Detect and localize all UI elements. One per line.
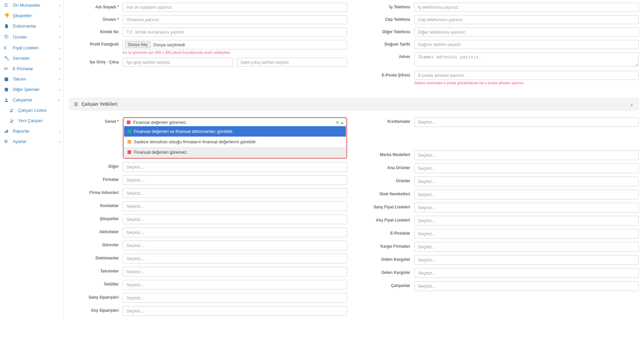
thumbs-down-icon: 👎 <box>4 13 10 18</box>
nav-label: Çalışan Listesi <box>18 108 47 113</box>
chevron-left-icon: ‹ <box>59 67 60 71</box>
file-picker[interactable]: Dosya SeçDosya seçilmedi <box>123 40 347 49</box>
nav-calisanlar[interactable]: Çalışanlar⌄ <box>0 95 63 105</box>
genel-option-3[interactable]: Finansal değerleri göremez. <box>124 147 346 157</box>
perm-select[interactable]: Seçiniz... <box>414 229 639 239</box>
nav-label: Ayarlar <box>13 139 26 144</box>
nav-label: Çalışanlar <box>13 97 33 102</box>
perm-select[interactable]: Seçiniz... <box>123 188 347 198</box>
perm-label: Alış Fiyat Listeleri <box>361 216 414 223</box>
nav-dokumanlar[interactable]: Dokümanlar‹ <box>0 21 63 31</box>
perm-label: Satış Siparişleri <box>69 293 123 300</box>
nav-label: Dokümanlar <box>13 23 36 29</box>
panel-header: ☰ Çalışan Yetkileri ⌄ <box>69 98 639 110</box>
hint-photo: En iyi görünüm için 300 x 300 piksel boy… <box>123 50 347 54</box>
perm-select[interactable]: Seçiniz... <box>123 228 347 237</box>
input-idno[interactable] <box>123 28 347 37</box>
svg-rect-9 <box>7 130 8 133</box>
input-birth[interactable] <box>414 40 639 49</box>
perm-select[interactable]: Seçiniz... <box>123 175 347 185</box>
book-icon <box>4 87 10 92</box>
user-plus-icon <box>9 118 15 123</box>
perm-select[interactable]: Seçiniz... <box>123 162 347 172</box>
perm-select[interactable]: Seçiniz... <box>414 268 639 278</box>
nav-epostalar[interactable]: ✉E-Postalar‹ <box>0 63 63 74</box>
calendar-icon <box>4 77 10 82</box>
perm-label: Kontaklar <box>69 201 123 208</box>
input-fullname[interactable] <box>123 3 347 12</box>
perm-select[interactable]: Seçiniz... <box>123 280 347 290</box>
input-date-out[interactable] <box>237 58 347 67</box>
label-photo: Profil Fotoğrafı <box>69 40 123 47</box>
perm-label: Gelen Kargolar <box>361 268 414 275</box>
label-idno: Kimlik No <box>69 28 123 34</box>
label-other: Diğer Telefonu <box>361 28 414 34</box>
perm-select[interactable]: Seçiniz... <box>414 242 639 252</box>
perm-select[interactable]: Seçiniz... <box>123 254 347 263</box>
input-mobile[interactable] <box>414 15 639 24</box>
perm-select[interactable]: Seçiniz... <box>414 190 639 199</box>
genel-option-1[interactable]: Finansal değerleri ve finansal dökümanla… <box>124 126 346 137</box>
clear-icon[interactable]: ✕ <box>336 120 339 125</box>
perm-label: Görevler <box>69 241 123 247</box>
perm-label: Dokümanlar <box>69 254 123 260</box>
perm-select[interactable]: Seçiniz... <box>414 163 639 173</box>
perm-select[interactable]: Seçiniz... <box>123 293 347 303</box>
sidebar: ☰Ön Muhasebe‹ 👎Şikayetler‹ Dokümanlar‹ Ⓟ… <box>0 0 64 319</box>
perm-select[interactable]: Seçiniz... <box>414 150 639 160</box>
nav-diger-islemler[interactable]: Diğer İşlemler‹ <box>0 84 63 95</box>
nav-servisler[interactable]: 🔧Servisler‹ <box>0 53 63 63</box>
chevron-left-icon: ‹ <box>59 3 60 7</box>
perm-label: Giden Kargolar <box>361 255 414 262</box>
svg-rect-2 <box>5 88 8 91</box>
nav-calisan-listesi[interactable]: Çalışan Listesi <box>0 105 63 115</box>
nav-ayarlar[interactable]: ⚙Ayarlar‹ <box>0 136 63 147</box>
nav-fiyat-listeleri[interactable]: €Fiyat Listeleri‹ <box>0 43 63 53</box>
nav-label: Diğer İşlemler <box>13 87 40 92</box>
file-choose-button[interactable]: Dosya Seç <box>125 41 151 48</box>
nav-raporlar[interactable]: Raporlar‹ <box>0 126 63 136</box>
perm-select[interactable]: Seçiniz... <box>123 306 347 316</box>
input-other[interactable] <box>414 28 639 37</box>
svg-rect-1 <box>5 78 8 79</box>
perm-select[interactable]: Seçiniz... <box>414 117 639 127</box>
chevron-left-icon: ‹ <box>59 56 60 60</box>
nav-yeni-calisan[interactable]: Yeni Çalışan <box>0 115 63 126</box>
svg-rect-8 <box>6 130 7 133</box>
status-green-icon <box>127 130 131 133</box>
perm-select[interactable]: Seçiniz... <box>414 281 639 291</box>
genel-dropdown[interactable]: Finansal değerleri göremez. ✕▴ Finansal … <box>123 117 347 159</box>
option-text: Finansal değerleri ve finansal dökümanla… <box>134 129 233 134</box>
nav-urunler[interactable]: ⓅÜrünler‹ <box>0 31 63 43</box>
chevron-left-icon: ‹ <box>59 140 60 144</box>
nav-label: Ön Muhasebe <box>13 3 40 8</box>
nav-takvim[interactable]: Takvim‹ <box>0 74 63 84</box>
perm-label: Stok Hareketleri <box>361 190 414 196</box>
nav-label: Servisler <box>13 56 30 61</box>
genel-option-2[interactable]: Sadece temsilcisi olduğu firmaların fina… <box>124 137 346 147</box>
input-title[interactable] <box>123 15 347 24</box>
perm-select[interactable]: Seçiniz... <box>123 267 347 277</box>
perm-select[interactable]: Seçiniz... <box>414 203 639 212</box>
input-emailpw[interactable] <box>414 71 639 80</box>
chevron-left-icon: ‹ <box>59 77 60 81</box>
input-workphone[interactable] <box>414 3 639 12</box>
option-text: Finansal değerleri göremez. <box>134 150 188 155</box>
perm-label: Kargo Firmaları <box>361 242 414 249</box>
genel-selected[interactable]: Finansal değerleri göremez. ✕▴ <box>124 118 346 127</box>
hint-emailpw: Sistem üzerinden e-posta gönderilecek is… <box>414 81 639 85</box>
perm-select[interactable]: Seçiniz... <box>414 255 639 265</box>
nav-sikayetler[interactable]: 👎Şikayetler‹ <box>0 10 63 21</box>
perm-select[interactable]: Seçiniz... <box>123 241 347 250</box>
input-address[interactable] <box>414 52 639 66</box>
perm-select[interactable]: Seçiniz... <box>414 216 639 226</box>
perm-select[interactable]: Seçiniz... <box>123 214 347 224</box>
envelope-icon: ✉ <box>4 66 10 71</box>
input-date-in[interactable] <box>123 58 233 67</box>
nav-on-muhasebe[interactable]: ☰Ön Muhasebe‹ <box>0 0 63 10</box>
perm-select[interactable]: Seçiniz... <box>414 177 639 186</box>
genel-options-list: Finansal değerleri ve finansal dökümanla… <box>124 126 346 158</box>
chevron-down-icon[interactable]: ⌄ <box>630 102 634 107</box>
caret-up-icon[interactable]: ▴ <box>341 120 343 125</box>
perm-select[interactable]: Seçiniz... <box>123 201 347 211</box>
